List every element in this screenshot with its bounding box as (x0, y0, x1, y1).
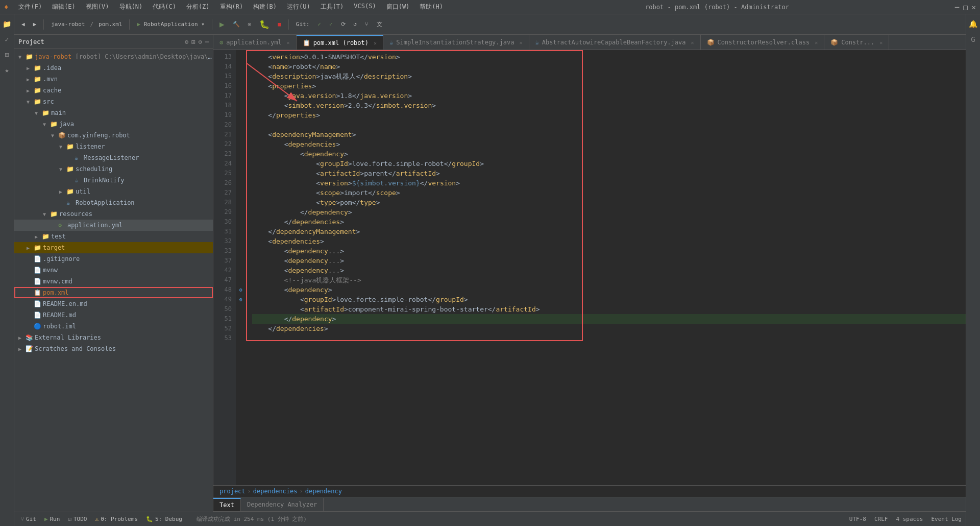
status-indent[interactable]: 4 spaces (896, 516, 923, 522)
tree-item-mvn[interactable]: ▶ 📁 .mvn (14, 74, 213, 85)
menu-window[interactable]: 窗口(W) (384, 2, 412, 12)
tab-pomxml[interactable]: 📋 pom.xml (robot) ✕ (297, 35, 383, 50)
notifications-icon[interactable]: 🔔 (968, 18, 979, 30)
menu-bar[interactable]: 文件(F) 编辑(E) 视图(V) 导航(N) 代码(C) 分析(Z) 重构(R… (16, 2, 445, 12)
tree-item-cache[interactable]: ▶ 📁 cache (14, 85, 213, 96)
menu-code[interactable]: 代码(C) (151, 2, 178, 12)
tree-item-java[interactable]: ▼ 📁 java (14, 118, 213, 130)
sidebar-header-icons[interactable]: ⚙ ⊞ ⚙ — (185, 38, 209, 45)
tree-item-gitignore[interactable]: 📄 .gitignore (14, 253, 213, 265)
toolbar-todo[interactable]: ☑ TODO (66, 515, 89, 523)
git-branch[interactable]: ⑂ (362, 19, 372, 29)
tree-item-src[interactable]: ▼ 📁 src (14, 96, 213, 107)
menu-view[interactable]: 视图(V) (84, 2, 111, 12)
sidebar-settings-icon[interactable]: ⚙ (185, 38, 188, 45)
tab-close-si[interactable]: ✕ (519, 40, 522, 45)
tree-item-messagelistener[interactable]: ☕ MessageListener (14, 152, 213, 163)
close-button[interactable]: ✕ (972, 3, 976, 11)
back-button[interactable]: ◀ (18, 19, 28, 29)
run-config-dropdown[interactable]: ▾ (201, 21, 205, 28)
tree-item-main[interactable]: ▼ 📁 main (14, 107, 213, 118)
tab-close-aa[interactable]: ✕ (691, 40, 694, 45)
sidebar-gear-icon[interactable]: ⚙ (199, 38, 202, 45)
window-controls[interactable]: ─ □ ✕ (955, 3, 976, 11)
status-encoding[interactable]: UTF-8 (849, 516, 866, 522)
git-checkmark-2[interactable]: ✓ (326, 19, 336, 29)
tree-item-util[interactable]: ▶ 📁 util (14, 186, 213, 197)
tab-appyml[interactable]: ⚙ application.yml ✕ (213, 35, 297, 50)
toolbar-git[interactable]: ⑂ Git (18, 515, 38, 523)
code-editor[interactable]: 13 14 15 16 17 18 19 20 21 22 23 24 25 2… (213, 50, 966, 485)
tab-text[interactable]: Text (213, 498, 241, 511)
tab-constr[interactable]: 📦 Constr... ✕ (824, 35, 889, 50)
tree-item-external-libs[interactable]: ▶ 📚 External Libraries (14, 332, 213, 343)
tab-close-constr[interactable]: ✕ (879, 40, 883, 45)
coverage-button[interactable]: ⊙ (245, 19, 255, 29)
menu-build[interactable]: 构建(B) (251, 2, 279, 12)
tab-abstractautowire[interactable]: ☕ AbstractAutowireCapableBeanFactory.jav… (529, 35, 701, 50)
tree-item-scheduling[interactable]: ▼ 📁 scheduling (14, 163, 213, 175)
tab-close-cr[interactable]: ✕ (815, 40, 818, 45)
tree-item-java-robot[interactable]: ▼ 📁 java-robot [robot] C:\Users\admin\De… (14, 51, 213, 62)
tree-item-mvnwcmd[interactable]: 📄 mvnw.cmd (14, 276, 213, 287)
tree-item-mvnw[interactable]: 📄 mvnw (14, 265, 213, 276)
favorites-icon[interactable]: ★ (2, 64, 13, 76)
commit-icon[interactable]: ✓ (2, 34, 13, 45)
toolbar-run[interactable]: ▶ Run (42, 515, 62, 523)
build-button[interactable]: 🔨 (230, 19, 243, 29)
stop-button[interactable]: ■ (275, 19, 284, 29)
menu-help[interactable]: 帮助(H) (418, 2, 445, 12)
structure-icon[interactable]: ⊞ (2, 49, 13, 60)
tab-close-pomxml[interactable]: ✕ (374, 40, 377, 46)
tree-item-test[interactable]: ▶ 📁 test (14, 231, 213, 242)
menu-file[interactable]: 文件(F) (16, 2, 44, 12)
tree-item-pomxml[interactable]: 📋 pom.xml (14, 287, 213, 298)
breadcrumb-project[interactable]: project (219, 488, 246, 495)
tree-item-readme-en[interactable]: 📄 README.en.md (14, 298, 213, 309)
tree-arrow-scratch: ▶ (18, 346, 26, 352)
menu-navigate[interactable]: 导航(N) (117, 2, 145, 12)
tree-item-target[interactable]: ▶ 📁 target (14, 242, 213, 253)
menu-refactor[interactable]: 重构(R) (218, 2, 246, 12)
gradle-icon[interactable]: G (968, 34, 979, 45)
tree-item-listener[interactable]: ▼ 📁 listener (14, 141, 213, 152)
tab-dep-analyzer[interactable]: Dependency Analyzer (241, 498, 324, 511)
menu-edit[interactable]: 编辑(E) (50, 2, 78, 12)
tab-constructor-resolver[interactable]: 📦 ConstructorResolver.class ✕ (701, 35, 825, 50)
run-config[interactable]: ▶ RobotApplication ▾ (134, 19, 207, 29)
breadcrumb-dependency[interactable]: dependency (305, 488, 342, 495)
tree-item-package[interactable]: ▼ 📦 com.yinfeng.robot (14, 130, 213, 141)
maximize-button[interactable]: □ (963, 3, 967, 11)
git-update[interactable]: ⟳ (338, 19, 349, 29)
code-content[interactable]: <version>0.0.1-SNAPSHOT</version> <name>… (246, 50, 966, 485)
sidebar-layout-icon[interactable]: ⊞ (191, 38, 195, 45)
tree-item-resources[interactable]: ▼ 📁 resources (14, 208, 213, 220)
run-button[interactable]: ▶ (216, 18, 228, 31)
menu-vcs[interactable]: VCS(S) (352, 2, 378, 12)
minimize-button[interactable]: ─ (955, 3, 959, 11)
git-checkmark-1[interactable]: ✓ (314, 19, 324, 29)
status-linesep[interactable]: CRLF (874, 516, 888, 522)
menu-analyze[interactable]: 分析(Z) (184, 2, 212, 12)
git-undo[interactable]: ↺ (351, 19, 360, 29)
menu-tools[interactable]: 工具(T) (318, 2, 346, 12)
tree-item-scratches[interactable]: ▶ 📝 Scratches and Consoles (14, 343, 213, 354)
tree-item-robotiml[interactable]: 🔵 robot.iml (14, 321, 213, 332)
tree-item-readme[interactable]: 📄 README.md (14, 309, 213, 321)
translate-button[interactable]: 文 (374, 19, 385, 30)
breadcrumb-dependencies[interactable]: dependencies (253, 488, 298, 495)
toolbar-debug[interactable]: 🐛 5: Debug (144, 515, 184, 523)
menu-run[interactable]: 运行(U) (285, 2, 312, 12)
project-icon[interactable]: 📁 (2, 18, 13, 30)
tree-item-robotapp[interactable]: ☕ RobotApplication (14, 197, 213, 208)
event-log-button[interactable]: Event Log (931, 516, 962, 522)
tree-item-idea[interactable]: ▶ 📁 .idea (14, 62, 213, 74)
tab-simpleinstantiation[interactable]: ☕ SimpleInstantiationStrategy.java ✕ (383, 35, 529, 50)
tree-item-drinknotify[interactable]: ☕ DrinkNotify (14, 175, 213, 186)
debug-button[interactable]: 🐛 (256, 18, 273, 31)
tab-close-appyml[interactable]: ✕ (287, 40, 290, 45)
sidebar-close-icon[interactable]: — (205, 38, 209, 45)
forward-button[interactable]: ▶ (30, 19, 40, 29)
tree-item-appyml[interactable]: ⚙ application.yml (14, 220, 213, 231)
toolbar-problems[interactable]: ⚠ 0: Problems (93, 515, 140, 523)
